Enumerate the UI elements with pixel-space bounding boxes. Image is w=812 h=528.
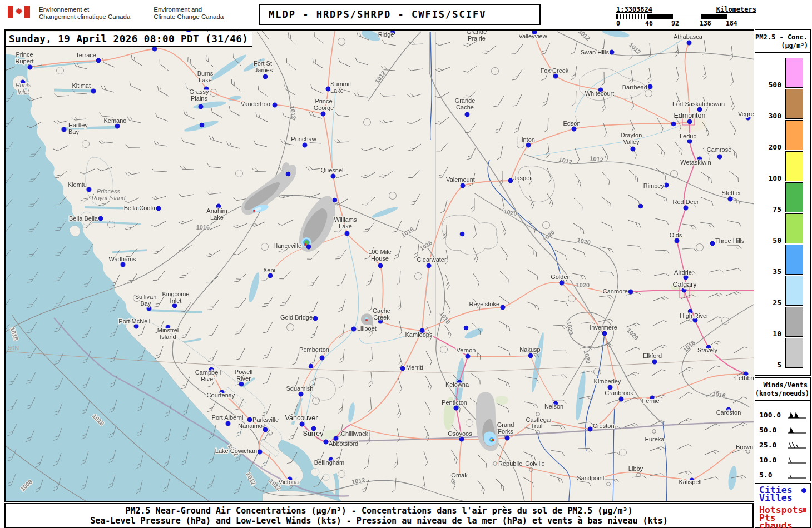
city-dot (247, 417, 252, 422)
city-label: Nanaimo (238, 422, 263, 429)
city-label: Colville (525, 460, 544, 467)
city-label: Red Deer (672, 198, 699, 205)
city-label: Stavely (697, 347, 718, 353)
isobar-label: 1020 (576, 282, 590, 288)
city-label: Cache (373, 307, 390, 314)
city-label: Surrey (303, 430, 324, 437)
station-dot (464, 326, 468, 330)
city-label: Eureka (645, 436, 665, 442)
station-dot (671, 122, 676, 126)
logo-text-english: Environment andClimate Change Canada (154, 6, 224, 21)
city-dot (682, 288, 686, 292)
city-label: Vernon (457, 347, 476, 353)
city-label: High River (680, 312, 709, 319)
city-label: Whitecourt (585, 90, 615, 97)
model-title-box: MLDP - HRDPS/SHRPD - CWFIS/SCIFV (259, 4, 541, 25)
city-label: Hartley (68, 122, 88, 128)
winds-legend-title: Winds/Vents (755, 378, 810, 389)
city-dot (588, 427, 592, 431)
pm25-level-row: 300 (755, 90, 810, 119)
winds-legend-units: (knots/noeuds) (755, 389, 810, 397)
city-dot (306, 245, 311, 249)
city-label: Lake (330, 87, 344, 94)
city-dot (652, 360, 657, 364)
city-label: Fort St. (254, 60, 274, 67)
city-dot (619, 397, 623, 401)
city-dot (313, 316, 318, 321)
city-label: Jasper (513, 175, 532, 181)
city-label: Kalispell (679, 479, 702, 485)
logo-text-french: Environnement etChangement climatique Ca… (39, 6, 130, 21)
scale-bar (616, 14, 756, 19)
pm25-color-swatch (785, 276, 803, 306)
city-label: Vegreville (738, 111, 754, 117)
city-dot (508, 178, 513, 183)
city-dot (687, 119, 692, 124)
pm25-level-value: 50 (773, 236, 781, 245)
city-label: James (255, 67, 273, 73)
city-dot (572, 127, 576, 131)
city-dot (628, 290, 633, 294)
pm25-level-row: 35 (755, 246, 810, 275)
hotspots-label-fr: Pts chauds (759, 514, 806, 528)
caption-line2: Sea-Level Pressure (hPa) and Low-Level W… (6, 516, 752, 526)
pm25-color-swatch (785, 151, 803, 181)
eccc-logo: Environnement etChangement climatique Ca… (8, 6, 224, 21)
wind-barb-icon (787, 426, 807, 435)
city-label: House (371, 255, 389, 262)
pm25-scale: 50030020010075503525105 (755, 59, 810, 368)
city-dot (62, 127, 66, 132)
city-label: Vanderhoof (241, 101, 273, 107)
city-label: Lake (339, 223, 352, 230)
city-label: Camrose (707, 146, 732, 153)
city-label: Libby (628, 465, 643, 472)
city-label: Royal Island (92, 195, 126, 201)
city-label: River (236, 375, 251, 382)
pm25-level-row: 75 (755, 183, 810, 212)
city-label: Kelowna (445, 381, 469, 388)
city-label: Port McNeill (118, 318, 151, 325)
station-dot (309, 364, 313, 368)
wind-speed-value: 10.0 (759, 456, 776, 464)
model-title: MLDP - HRDPS/SHRPD - CWFIS/SCIFV (260, 9, 487, 20)
city-label: Forks (498, 428, 513, 435)
city-label: Athabasca (674, 33, 703, 40)
city-dot (268, 273, 273, 278)
city-label: Lillooet (357, 325, 377, 332)
pm25-color-swatch (785, 213, 803, 243)
wind-speed-row: 100.0 (755, 407, 810, 422)
city-label: Osoyoos (448, 430, 472, 437)
city-label: Fort Saskatchewan (672, 101, 725, 107)
pm25-level-row: 10 (755, 308, 810, 337)
city-label: Grand (497, 421, 514, 428)
hotspot-marker (365, 319, 368, 321)
city-dot (87, 187, 91, 192)
pm25-level-row: 100 (755, 152, 810, 181)
city-dot (239, 382, 244, 386)
city-dot (273, 103, 277, 107)
scale-tick: 184 (726, 19, 737, 27)
city-dot (378, 263, 383, 268)
city-label: 100 Mile (368, 248, 392, 255)
city-dot (684, 275, 688, 280)
city-label: Elkford (643, 352, 662, 359)
station-dot (200, 123, 204, 127)
city-dot (199, 104, 203, 109)
cities-label-fr: Villes (759, 494, 793, 502)
city-label: Port Alberni (212, 414, 244, 421)
pm25-level-value: 75 (773, 205, 781, 213)
city-dot (526, 143, 531, 147)
map-canvas: 1008101210121012101210121012101210121012… (4, 29, 754, 502)
city-label: Sandpoint (577, 475, 605, 481)
city-dot (321, 112, 325, 116)
scale-segment (617, 14, 647, 19)
city-label: Bay (68, 128, 79, 135)
station-dot (460, 232, 464, 236)
city-label: Summit (330, 81, 351, 87)
city-label: Punchaw (291, 136, 316, 142)
city-label: Canmore (603, 288, 628, 295)
divider (755, 400, 810, 401)
pm25-level-row: 50 (755, 215, 810, 243)
city-label: Abbotsford (329, 440, 358, 447)
hotspot-square-sample (803, 508, 806, 512)
